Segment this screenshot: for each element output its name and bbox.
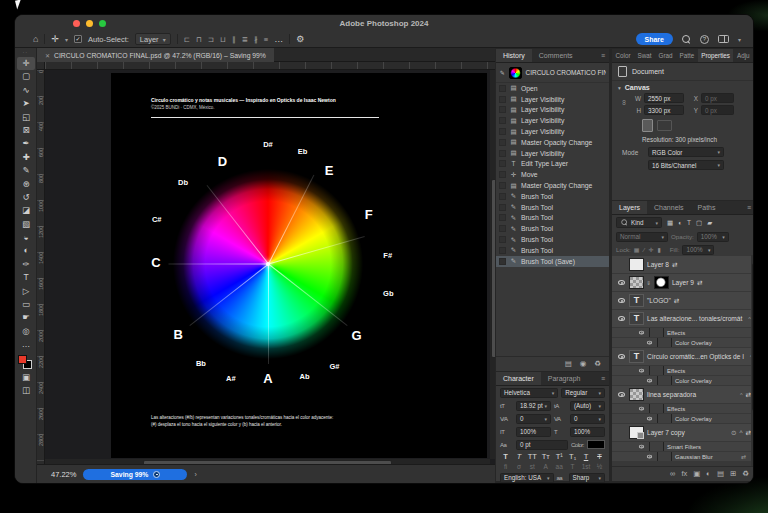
layer-row[interactable]: ∞ Las alteracione... tonales/cromát ^ ⊙ … <box>612 309 754 327</box>
workspace-icon[interactable] <box>718 35 729 43</box>
tab-character[interactable]: Character <box>496 372 541 385</box>
layer-thumbnail[interactable] <box>657 337 672 347</box>
layer-name[interactable]: Las alteracione... tonales/cromát <box>647 315 742 322</box>
filter-blending-options-icon[interactable]: ⇄ <box>697 279 703 287</box>
share-button[interactable]: Share <box>636 33 673 45</box>
align-icon[interactable]: ⊔ <box>220 35 226 44</box>
panel-tab[interactable]: Patte <box>676 49 698 62</box>
visibility-toggle[interactable] <box>616 430 626 435</box>
history-state-row[interactable]: ✎ Brush Tool <box>496 191 609 202</box>
layers-footer-icon[interactable]: ∞ <box>670 470 675 478</box>
tool-button[interactable]: ⊠ <box>17 124 35 137</box>
opentype-feature-button[interactable]: fi <box>500 463 511 470</box>
opentype-feature-button[interactable]: 1st <box>581 463 592 470</box>
history-brush-source-icon[interactable]: ✎ <box>499 69 506 76</box>
layer-filter-icon[interactable]: ▦ <box>667 219 673 227</box>
layer-name[interactable]: linea separadora <box>647 391 696 398</box>
visibility-toggle[interactable] <box>644 416 654 421</box>
layer-thumbnail[interactable] <box>649 403 664 413</box>
layer-row[interactable]: ∞ Color Overlay ^ ⊙ ^ <box>612 413 754 423</box>
layers-footer-icon[interactable]: fx <box>681 470 687 478</box>
layer-row[interactable]: ∞ Smart Filters ^ ⊙ ^ <box>612 441 754 451</box>
history-source-checkbox[interactable] <box>499 236 506 243</box>
panel-menu-icon[interactable]: ≡ <box>747 201 754 214</box>
layer-filter-icon[interactable]: ◐ <box>678 219 682 226</box>
tool-mode-button[interactable]: ◫ <box>17 384 35 397</box>
baseline-shift-field[interactable]: 0 pt <box>516 440 568 450</box>
tool-button[interactable]: ☛ <box>17 311 35 324</box>
bit-depth-select[interactable]: 16 Bits/Channel ▾ <box>648 160 724 170</box>
panel-tab[interactable]: Properties <box>698 49 734 62</box>
height-field[interactable]: 3300 px <box>644 105 684 115</box>
layer-name[interactable]: Effects <box>667 330 685 336</box>
collapse-effects-icon[interactable]: ^ <box>739 429 742 436</box>
layer-filter-select[interactable]: Kind ▾ <box>616 217 662 228</box>
tool-button[interactable]: ✑ <box>17 258 35 271</box>
opentype-feature-button[interactable]: σ <box>513 463 524 470</box>
layer-row[interactable]: ∞ linea separadora ^ ⊙ ^ <box>612 385 754 403</box>
lock-option-icon[interactable]: ✛ <box>648 246 653 253</box>
scrollbar-thumb[interactable] <box>752 263 755 411</box>
tool-button[interactable]: ◱ <box>17 111 35 124</box>
tool-button[interactable]: ⊛ <box>17 178 35 191</box>
more-options-icon[interactable]: … <box>274 35 283 44</box>
portrait-orientation-button[interactable] <box>642 119 653 132</box>
layer-row[interactable]: ∞ Layer 9 ^ ⊙ ^ <box>612 273 754 291</box>
history-state-row[interactable]: ✎ Brush Tool <box>496 245 609 256</box>
opentype-feature-button[interactable]: aa <box>554 463 565 470</box>
align-icon[interactable]: ∦ <box>254 35 258 44</box>
layer-name[interactable]: Layer 8 <box>647 261 669 268</box>
layer-name[interactable]: Color Overlay <box>675 416 712 422</box>
history-state-row[interactable]: ✎ Brush Tool <box>496 223 609 234</box>
document-canvas[interactable]: Círculo cromático y notas musicales — In… <box>111 73 487 458</box>
history-state-row[interactable]: ▤ Layer Visibility <box>496 105 609 116</box>
layers-footer-icon[interactable]: ▣ <box>693 470 700 478</box>
visibility-toggle[interactable] <box>616 316 626 321</box>
align-icon[interactable]: ≡ <box>264 35 268 44</box>
tool-button[interactable]: ▧ <box>17 218 35 231</box>
zoom-level[interactable]: 47.22% <box>51 470 76 479</box>
visibility-toggle[interactable] <box>616 392 626 397</box>
history-footer-icon[interactable]: ♻ <box>594 360 601 368</box>
tool-button[interactable]: T <box>17 271 35 284</box>
layer-name[interactable]: Effects <box>667 368 685 374</box>
layer-thumbnail[interactable] <box>629 258 644 271</box>
history-source-checkbox[interactable] <box>499 117 506 124</box>
history-snapshot-row[interactable]: ✎ CIRCULO CROMATICO FINAL... <box>496 63 609 83</box>
visibility-toggle[interactable] <box>616 354 626 359</box>
x-field[interactable]: 0 px <box>701 93 734 103</box>
visibility-toggle[interactable] <box>636 444 646 449</box>
history-state-row[interactable]: ▤ Master Opacity Change <box>496 137 609 148</box>
tab-paths[interactable]: Paths <box>691 201 723 214</box>
layer-thumbnail[interactable] <box>629 426 644 439</box>
tab-channels[interactable]: Channels <box>647 201 691 214</box>
history-source-checkbox[interactable] <box>499 225 506 232</box>
vertical-scale-field[interactable]: 100% <box>516 427 551 437</box>
filter-blending-options-icon[interactable]: ⇄ <box>741 453 746 460</box>
history-source-checkbox[interactable] <box>499 182 506 189</box>
auto-select-target-dropdown[interactable]: Layer ▾ <box>135 33 171 45</box>
text-format-button[interactable]: T¹ <box>554 452 565 461</box>
layers-footer-icon[interactable]: ◐ <box>706 470 711 478</box>
anti-alias-select[interactable]: Sharp ▾ <box>569 473 605 483</box>
history-state-row[interactable]: ✎ Brush Tool (Save) <box>496 256 609 267</box>
layer-thumbnail[interactable] <box>657 413 672 423</box>
layers-scrollbar[interactable] <box>751 255 754 466</box>
visibility-toggle[interactable] <box>616 262 626 267</box>
tool-button[interactable]: ◎ <box>17 325 35 338</box>
align-icon[interactable]: ⊓ <box>196 35 202 44</box>
layer-row[interactable]: ∞ Color Overlay ^ ⊙ ^ <box>612 337 754 347</box>
layers-footer-icon[interactable]: ♻ <box>742 470 749 478</box>
tool-button[interactable]: ↺ <box>17 191 35 204</box>
document-tab[interactable]: ✕ CIRCULO CROMATICO FINAL.psd @ 47.2% (R… <box>37 48 274 62</box>
layer-name[interactable]: Gaussian Blur <box>675 454 713 460</box>
history-source-checkbox[interactable] <box>499 193 506 200</box>
layers-footer-icon[interactable]: ▤ <box>717 470 724 478</box>
layer-thumbnail[interactable] <box>629 276 644 289</box>
align-icon[interactable]: ⊐ <box>208 35 214 44</box>
opentype-feature-button[interactable]: A <box>540 463 551 470</box>
history-state-row[interactable]: ▤ Layer Visibility <box>496 94 609 105</box>
visibility-toggle[interactable] <box>636 330 646 335</box>
toolbar-grip[interactable]: ∙∙ <box>15 48 36 57</box>
fill-field[interactable]: 100% ▾ <box>682 245 714 255</box>
